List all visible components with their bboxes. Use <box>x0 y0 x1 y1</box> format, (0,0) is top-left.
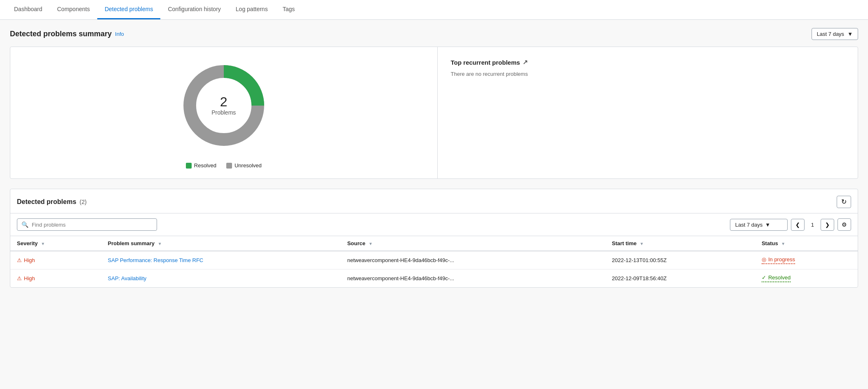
table-time-range-dropdown[interactable]: Last 7 days ▼ <box>730 219 788 231</box>
status-sort-icon: ▼ <box>781 241 785 246</box>
legend-unresolved-label: Unresolved <box>235 162 262 169</box>
recurrent-title: Top recurrent problems ↗ <box>451 59 845 66</box>
table-header-row: Detected problems (2) ↻ <box>10 189 858 213</box>
tab-bar: Dashboard Components Detected problems C… <box>0 0 868 20</box>
problem-link[interactable]: SAP: Availability <box>108 275 147 281</box>
time-range-dropdown[interactable]: Last 7 days ▼ <box>812 28 858 40</box>
donut-center: 2 Problems <box>211 95 236 116</box>
table-count: (2) <box>80 199 87 205</box>
refresh-icon: ↻ <box>841 198 847 205</box>
tab-tags[interactable]: Tags <box>275 0 303 19</box>
no-recurrent-data: There are no recurrent problems <box>451 71 845 77</box>
page-number: 1 <box>808 220 817 230</box>
status-badge: ✓Resolved <box>762 274 791 282</box>
info-link[interactable]: Info <box>115 31 124 37</box>
in-progress-icon: ◎ <box>762 256 766 262</box>
status-badge: ◎In progress <box>762 256 795 264</box>
recurrent-problems-area: Top recurrent problems ↗ There are no re… <box>437 47 858 178</box>
table-chevron-down-icon: ▼ <box>765 222 770 228</box>
severity-sort-icon: ▼ <box>41 241 45 246</box>
status-label: In progress <box>768 256 795 262</box>
legend-unresolved-dot <box>226 163 232 169</box>
donut-label: Problems <box>211 110 236 116</box>
search-input[interactable] <box>32 222 152 228</box>
legend-resolved-label: Resolved <box>194 162 216 169</box>
tab-log-patterns[interactable]: Log patterns <box>228 0 275 19</box>
prev-page-button[interactable]: ❮ <box>791 219 805 231</box>
chevron-down-icon: ▼ <box>847 31 853 37</box>
chevron-left-icon: ❮ <box>795 222 800 228</box>
resolved-icon: ✓ <box>762 274 766 281</box>
col-status[interactable]: Status ▼ <box>755 236 858 251</box>
severity-value: ⚠High <box>17 275 95 281</box>
col-severity[interactable]: Severity ▼ <box>10 236 101 251</box>
col-problem-summary[interactable]: Problem summary ▼ <box>101 236 341 251</box>
warning-icon: ⚠ <box>17 275 22 281</box>
table-header: Severity ▼ Problem summary ▼ Source ▼ St… <box>10 236 858 251</box>
start-time-sort-icon: ▼ <box>640 241 644 246</box>
start-time-value: 2022-12-13T01:00:55Z <box>605 251 755 269</box>
search-icon: 🔍 <box>21 221 28 228</box>
recurrent-title-text: Top recurrent problems <box>451 59 520 66</box>
problems-table-section: Detected problems (2) ↻ 🔍 Last 7 days ▼ … <box>10 189 858 288</box>
donut-chart: 2 Problems <box>178 60 269 151</box>
problem-sort-icon: ▼ <box>158 241 162 246</box>
search-box: 🔍 <box>17 218 157 231</box>
status-label: Resolved <box>768 274 791 281</box>
col-start-time[interactable]: Start time ▼ <box>605 236 755 251</box>
table-row: ⚠HighSAP: Availabilitynetweavercomponent… <box>10 269 858 288</box>
source-value: netweavercomponent-HE4-9da46bcb-f49c-... <box>340 251 605 269</box>
search-filter-row: 🔍 Last 7 days ▼ ❮ 1 ❯ ⚙ <box>10 213 858 236</box>
legend-unresolved: Unresolved <box>226 162 262 169</box>
chevron-right-icon: ❯ <box>825 222 830 228</box>
tab-configuration-history[interactable]: Configuration history <box>160 0 228 19</box>
legend-resolved-dot <box>186 163 192 169</box>
external-link-icon[interactable]: ↗ <box>523 59 528 66</box>
settings-icon: ⚙ <box>842 221 847 228</box>
summary-panel: 2 Problems Resolved Unresolved Top recur… <box>10 47 858 179</box>
severity-label: High <box>24 257 35 263</box>
filter-controls: Last 7 days ▼ ❮ 1 ❯ ⚙ <box>730 218 851 231</box>
refresh-button[interactable]: ↻ <box>837 196 851 208</box>
chart-area: 2 Problems Resolved Unresolved <box>10 47 437 178</box>
time-range-label: Last 7 days <box>817 31 845 37</box>
problem-link[interactable]: SAP Performance: Response Time RFC <box>108 257 204 263</box>
source-sort-icon: ▼ <box>368 241 373 246</box>
legend-resolved: Resolved <box>186 162 216 169</box>
tab-dashboard[interactable]: Dashboard <box>7 0 50 19</box>
table-title: Detected problems <box>17 198 76 206</box>
next-page-button[interactable]: ❯ <box>821 219 834 231</box>
page-content: Detected problems summary Info Last 7 da… <box>0 20 868 388</box>
summary-section-header: Detected problems summary Info Last 7 da… <box>10 28 858 40</box>
col-source[interactable]: Source ▼ <box>340 236 605 251</box>
problems-data-table: Severity ▼ Problem summary ▼ Source ▼ St… <box>10 236 858 287</box>
start-time-value: 2022-12-09T18:56:40Z <box>605 269 755 288</box>
donut-count: 2 <box>211 95 236 109</box>
severity-value: ⚠High <box>17 257 95 263</box>
warning-icon: ⚠ <box>17 257 22 263</box>
chart-legend: Resolved Unresolved <box>186 162 262 169</box>
tab-components[interactable]: Components <box>50 0 97 19</box>
table-time-range-label: Last 7 days <box>735 222 763 228</box>
source-value: netweavercomponent-HE4-9da46bcb-f49c-... <box>340 269 605 288</box>
summary-title: Detected problems summary <box>10 30 112 38</box>
severity-label: High <box>24 275 35 281</box>
tab-detected-problems[interactable]: Detected problems <box>97 0 161 19</box>
table-settings-button[interactable]: ⚙ <box>838 218 851 231</box>
table-row: ⚠HighSAP Performance: Response Time RFCn… <box>10 251 858 269</box>
